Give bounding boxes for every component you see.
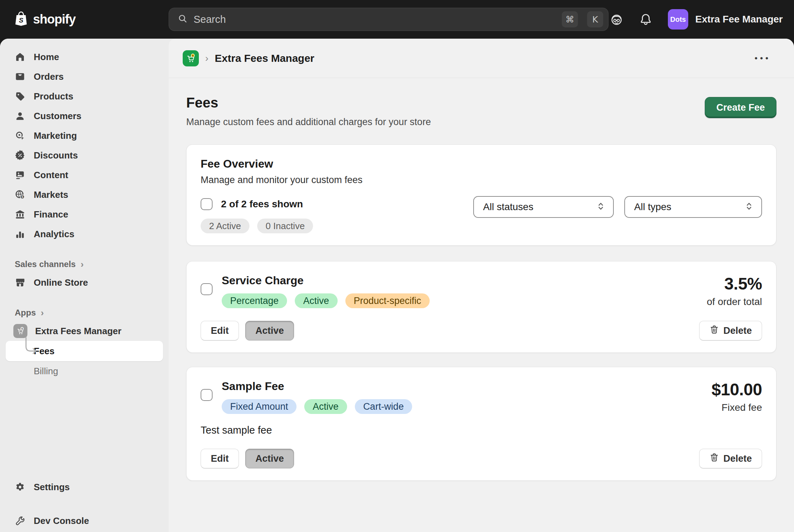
sidebar-item-products[interactable]: Products [6, 86, 163, 106]
fee-value: 3.5% of order total [707, 274, 762, 307]
delete-button[interactable]: Delete [699, 449, 762, 468]
fee-name: Service Charge [222, 274, 430, 287]
fee-select-checkbox[interactable] [201, 283, 213, 295]
svg-text:S: S [19, 17, 24, 24]
chevron-right-icon: › [205, 53, 208, 64]
sidebar-item-online-store[interactable]: Online Store [6, 273, 163, 292]
shopify-logo[interactable]: S shopify [14, 11, 169, 28]
edit-button[interactable]: Edit [201, 449, 239, 468]
sidebar-item-label: Customers [34, 111, 82, 122]
sidebar-item-label: Content [34, 170, 68, 181]
updown-caret-icon [744, 201, 754, 213]
sidebar-item-label: Billing [34, 366, 58, 377]
sidebar-item-label: Marketing [34, 130, 77, 141]
sidebar-item-customers[interactable]: Customers [6, 106, 163, 126]
notifications-bell-icon[interactable] [639, 13, 652, 26]
sidebar-item-settings[interactable]: Settings [6, 477, 163, 497]
type-filter-value: All types [634, 201, 671, 213]
sidebar-item-label: Analytics [34, 229, 74, 240]
home-icon [15, 52, 25, 62]
fee-value: $10.00 Fixed fee [711, 380, 762, 413]
store-name: Extra Fee Manager [695, 14, 783, 25]
sidebar-item-label: Online Store [34, 277, 88, 288]
global-search[interactable]: ⌘ K [169, 8, 608, 31]
chevron-right-icon: › [41, 308, 44, 317]
fee-info: Sample Fee Fixed Amount Active Cart-wide [222, 380, 412, 414]
sidebar-item-analytics[interactable]: Analytics [6, 224, 163, 244]
search-icon [177, 13, 188, 25]
account-menu[interactable]: Dots Extra Fee Manager [668, 9, 783, 30]
select-all-checkbox[interactable] [201, 198, 213, 210]
apps-header[interactable]: Apps › [6, 304, 163, 321]
create-fee-button[interactable]: Create Fee [705, 97, 776, 118]
sidebar-item-label: Settings [34, 482, 70, 493]
status-filter-value: All statuses [483, 201, 533, 213]
fee-overview-card: Fee Overview Manage and monitor your cus… [186, 144, 776, 246]
topbar: S shopify ⌘ K [0, 0, 794, 39]
chevron-right-icon: › [80, 260, 84, 269]
sidebar-item-content[interactable]: Content [6, 165, 163, 185]
fee-amount: $10.00 [711, 380, 762, 399]
type-filter-select[interactable]: All types [624, 196, 762, 218]
sidebar-bottom: Settings Dev Console [6, 477, 163, 531]
delete-button[interactable]: Delete [699, 321, 762, 340]
sidebar-item-fees[interactable]: Fees [6, 341, 163, 361]
edit-button[interactable]: Edit [201, 321, 239, 340]
sidebar-item-billing[interactable]: Billing [6, 361, 163, 381]
globe-dollar-icon: $ [15, 189, 25, 200]
wrench-icon [15, 515, 25, 526]
shopify-bag-icon: S [14, 11, 28, 28]
target-cursor-icon [15, 130, 25, 141]
sidebar-item-markets[interactable]: $ Markets [6, 185, 163, 205]
page-title: Fees [186, 95, 431, 110]
sidebar-item-finance[interactable]: Finance [6, 205, 163, 224]
delete-label: Delete [723, 453, 752, 464]
status-filter-select[interactable]: All statuses [473, 196, 614, 218]
overview-filters: All statuses All types [473, 196, 762, 218]
sidebar-item-orders[interactable]: Orders [6, 67, 163, 86]
bar-chart-icon [15, 229, 25, 239]
fee-status-badge: Active [295, 293, 338, 308]
main-area: $ › Extra Fees Manager ••• Fees Manage c… [169, 39, 794, 532]
sidebar-item-extra-fees-manager[interactable]: $ Extra Fees Manager [6, 321, 163, 341]
sales-channels-label: Sales channels [15, 259, 76, 269]
delete-label: Delete [723, 325, 752, 336]
topbar-right: Dots Extra Fee Manager [610, 9, 783, 30]
updown-caret-icon [596, 201, 606, 213]
status-toggle-button[interactable]: Active [245, 321, 294, 340]
search-input[interactable] [194, 14, 556, 25]
sidebar-item-marketing[interactable]: Marketing [6, 126, 163, 145]
image-icon [15, 170, 25, 180]
page-head-text: Fees Manage custom fees and additional c… [186, 95, 431, 128]
svg-text:$: $ [21, 195, 23, 199]
page-subtitle: Manage custom fees and additional charge… [186, 117, 431, 128]
status-toggle-button[interactable]: Active [245, 449, 294, 468]
sidebar-item-label: Discounts [34, 150, 78, 161]
fee-status-badge: Active [304, 399, 347, 414]
person-icon [15, 111, 25, 121]
fee-select-checkbox[interactable] [201, 389, 213, 401]
apps-label: Apps [15, 308, 36, 318]
fee-info: Service Charge Percentage Active Product… [222, 274, 430, 308]
inactive-count-badge: 0 Inactive [257, 219, 313, 233]
sidebar-item-home[interactable]: Home [6, 47, 163, 67]
kbd-command: ⌘ [562, 11, 578, 27]
page-head: Fees Manage custom fees and additional c… [186, 95, 776, 128]
sidebar-item-dev-console[interactable]: Dev Console [6, 511, 163, 531]
fee-type-badge: Percentage [222, 293, 287, 308]
sidebar-item-label: Home [34, 52, 59, 63]
svg-text:$: $ [192, 54, 194, 57]
overflow-menu-button[interactable]: ••• [751, 50, 774, 67]
fee-amount-caption: of order total [707, 296, 762, 307]
page-content: Fees Manage custom fees and additional c… [169, 78, 794, 532]
kbd-k: K [587, 11, 603, 27]
sidebar-item-discounts[interactable]: Discounts [6, 145, 163, 165]
sidebar-item-label: Products [34, 91, 73, 102]
sales-channels-header[interactable]: Sales channels › [6, 256, 163, 273]
disguised-face-icon[interactable] [610, 12, 624, 26]
sidebar: Home Orders Products Customers Marketing… [0, 39, 169, 532]
fee-card-service-charge: Service Charge Percentage Active Product… [186, 261, 776, 353]
page-app-title: Extra Fees Manager [215, 52, 314, 64]
extra-fees-app-icon[interactable]: $ [183, 50, 199, 66]
overview-title: Fee Overview [201, 157, 762, 170]
